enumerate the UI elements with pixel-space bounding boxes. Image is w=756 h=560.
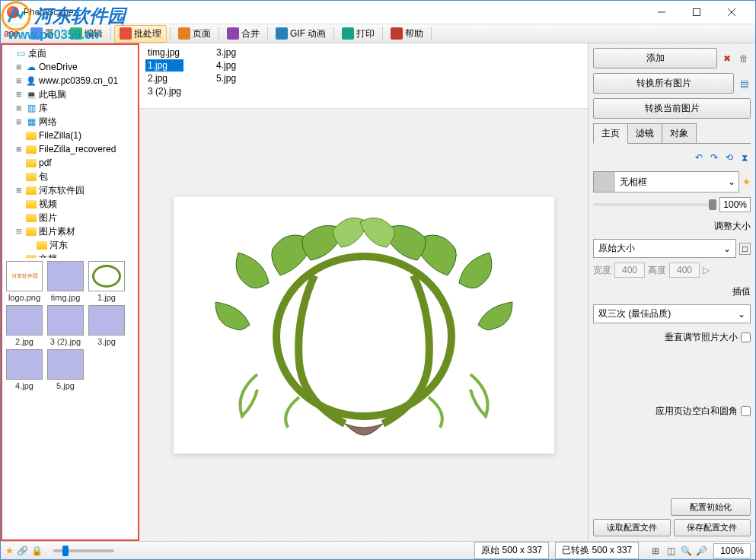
tree-item[interactable]: pdf bbox=[4, 156, 136, 170]
convert-current-button[interactable]: 转换当前图片 bbox=[593, 98, 751, 119]
tab-1[interactable]: 滤镜 bbox=[627, 123, 662, 143]
list-icon[interactable]: ▤ bbox=[737, 77, 751, 91]
interp-title: 插值 bbox=[593, 282, 751, 300]
frame-select[interactable]: 无相框 ⌄ bbox=[593, 171, 739, 192]
save-config-button[interactable]: 保存配置文件 bbox=[674, 519, 751, 536]
trash-icon[interactable]: 🗑 bbox=[737, 52, 751, 65]
tree-item[interactable]: ⊞▦网络 bbox=[4, 115, 136, 129]
chevron-down-icon: ⌄ bbox=[723, 243, 731, 254]
folder-tree[interactable]: ▭桌面⊞☁OneDrive⊞👤www.pc0359.cn_01⊞💻此电脑⊞▥库⊞… bbox=[2, 45, 138, 258]
toolbar-item-gif[interactable]: GIF 动画 bbox=[271, 26, 330, 42]
tree-item[interactable]: ⊞河东软件园 bbox=[4, 183, 136, 197]
tree-item[interactable]: ⊞FileZilla_recovered bbox=[4, 142, 136, 156]
maximize-button[interactable] bbox=[679, 1, 714, 24]
resize-mode-select[interactable]: 原始大小 ⌄ bbox=[593, 239, 736, 258]
file-list-item[interactable]: timg.jpg bbox=[145, 46, 183, 59]
file-list-item[interactable]: 2.jpg bbox=[145, 72, 183, 84]
margin-round-checkbox[interactable] bbox=[741, 406, 751, 416]
tree-item[interactable]: 包 bbox=[4, 170, 136, 183]
vertical-adjust-checkbox[interactable] bbox=[741, 332, 751, 342]
load-config-button[interactable]: 读取配置文件 bbox=[593, 519, 671, 536]
thumbnail[interactable]: timg.jpg bbox=[46, 261, 85, 302]
file-list-item[interactable]: 1.jpg bbox=[145, 59, 183, 72]
tree-item[interactable]: 河东 bbox=[4, 238, 136, 252]
undo-icon[interactable]: ↶ bbox=[693, 151, 705, 164]
left-panel: ▭桌面⊞☁OneDrive⊞👤www.pc0359.cn_01⊞💻此电脑⊞▥库⊞… bbox=[1, 43, 139, 541]
height-label: 高度 bbox=[648, 264, 666, 277]
thumbnail-grid[interactable]: 河东软件园logo.pngtimg.jpg1.jpg2.jpg3 (2).jpg… bbox=[2, 258, 138, 539]
tree-item[interactable]: 图片 bbox=[4, 211, 136, 224]
toolbar-item-merge[interactable]: 合并 bbox=[222, 26, 264, 42]
tree-item[interactable]: 视频 bbox=[4, 197, 136, 211]
converted-size-label: 已转换 500 x 337 bbox=[555, 542, 639, 559]
width-input[interactable] bbox=[614, 262, 645, 278]
main-toolbar: ape器编辑批处理页面合并GIF 动画打印帮助 bbox=[1, 24, 755, 43]
toolbar-item-view[interactable]: 器 bbox=[26, 26, 59, 42]
convert-all-button[interactable]: 转换所有图片 bbox=[593, 73, 734, 94]
toolbar-item-batch[interactable]: 批处理 bbox=[114, 25, 167, 43]
toolbar-label[interactable]: ape bbox=[4, 28, 19, 39]
tree-item[interactable]: ⊞☁OneDrive bbox=[4, 60, 136, 74]
flip-icon[interactable]: ⧗ bbox=[738, 151, 751, 164]
toolbar-item-help[interactable]: 帮助 bbox=[386, 26, 428, 42]
actual-size-icon[interactable]: ◫ bbox=[665, 545, 677, 557]
tree-item[interactable]: 文档 bbox=[4, 252, 136, 258]
delete-icon[interactable]: ✖ bbox=[720, 52, 734, 65]
lock-icon[interactable]: 🔒 bbox=[31, 546, 43, 556]
link-icon[interactable]: 🔗 bbox=[17, 546, 28, 556]
rotate-icon[interactable]: ⟲ bbox=[723, 151, 735, 164]
zoom-value: 100% bbox=[713, 543, 751, 558]
tree-item[interactable]: FileZilla(1) bbox=[4, 129, 136, 142]
add-button[interactable]: 添加 bbox=[593, 48, 717, 68]
tab-2[interactable]: 对象 bbox=[662, 123, 697, 143]
minimize-button[interactable] bbox=[644, 1, 679, 24]
zoom-out-icon[interactable]: 🔍 bbox=[680, 545, 692, 557]
star-icon[interactable]: ★ bbox=[742, 177, 751, 187]
frame-swatch bbox=[594, 172, 615, 192]
toolbar-item-print[interactable]: 打印 bbox=[337, 26, 379, 42]
thumbnail[interactable]: 4.jpg bbox=[5, 349, 43, 390]
opacity-slider[interactable] bbox=[593, 203, 716, 206]
thumb-zoom-slider[interactable] bbox=[53, 549, 114, 552]
reset-config-button[interactable]: 配置初始化 bbox=[671, 498, 751, 516]
svg-rect-2 bbox=[694, 9, 700, 16]
thumbnail[interactable]: 2.jpg bbox=[5, 305, 43, 346]
width-label: 宽度 bbox=[593, 264, 611, 277]
thumbnail[interactable]: 1.jpg bbox=[88, 261, 126, 302]
lock-aspect-icon[interactable]: □ bbox=[739, 243, 751, 255]
toolbar-item-edit[interactable]: 编辑 bbox=[65, 26, 107, 42]
thumbnail[interactable]: 5.jpg bbox=[46, 349, 85, 390]
thumbnail[interactable]: 3.jpg bbox=[88, 305, 126, 346]
file-list[interactable]: timg.jpg1.jpg2.jpg3 (2).jpg3.jpg4.jpg5.j… bbox=[139, 43, 588, 109]
resize-mode-value: 原始大小 bbox=[598, 242, 635, 255]
center-panel: timg.jpg1.jpg2.jpg3 (2).jpg3.jpg4.jpg5.j… bbox=[139, 43, 588, 541]
preview-image bbox=[174, 197, 554, 453]
zoom-in-icon[interactable]: 🔎 bbox=[695, 545, 707, 557]
apply-size-icon[interactable]: ▷ bbox=[703, 265, 710, 275]
tab-0[interactable]: 主页 bbox=[593, 123, 628, 144]
interp-select[interactable]: 双三次 (最佳品质) ⌄ bbox=[593, 304, 751, 323]
interp-value: 双三次 (最佳品质) bbox=[598, 307, 671, 320]
orig-size-label: 原始 500 x 337 bbox=[474, 542, 549, 559]
margin-round-label: 应用页边空白和圆角 bbox=[656, 405, 738, 418]
tree-item[interactable]: ⊞💻此电脑 bbox=[4, 88, 136, 101]
tree-item[interactable]: ⊞👤www.pc0359.cn_01 bbox=[4, 74, 136, 88]
tree-item[interactable]: ⊞▥库 bbox=[4, 101, 136, 115]
file-list-item[interactable]: 3.jpg bbox=[214, 46, 238, 59]
thumbnail[interactable]: 河东软件园logo.png bbox=[5, 261, 43, 302]
redo-icon[interactable]: ↷ bbox=[708, 151, 720, 164]
file-list-item[interactable]: 4.jpg bbox=[214, 59, 238, 72]
preview-area[interactable] bbox=[139, 109, 588, 541]
tree-item[interactable]: ⊟图片素材 bbox=[4, 224, 136, 238]
favorite-icon[interactable]: ★ bbox=[5, 546, 14, 556]
toolbar-item-page[interactable]: 页面 bbox=[174, 26, 215, 42]
file-list-item[interactable]: 3 (2).jpg bbox=[145, 85, 183, 97]
status-bar: ★ 🔗 🔒 原始 500 x 337 已转换 500 x 337 ⊞ ◫ 🔍 🔎… bbox=[1, 541, 755, 559]
close-button[interactable] bbox=[714, 1, 749, 24]
fit-icon[interactable]: ⊞ bbox=[649, 545, 662, 557]
tree-item[interactable]: ▭桌面 bbox=[4, 46, 136, 60]
height-input[interactable] bbox=[669, 262, 700, 278]
thumbnail[interactable]: 3 (2).jpg bbox=[46, 305, 85, 346]
chevron-down-icon: ⌄ bbox=[725, 177, 738, 187]
file-list-item[interactable]: 5.jpg bbox=[214, 72, 238, 84]
